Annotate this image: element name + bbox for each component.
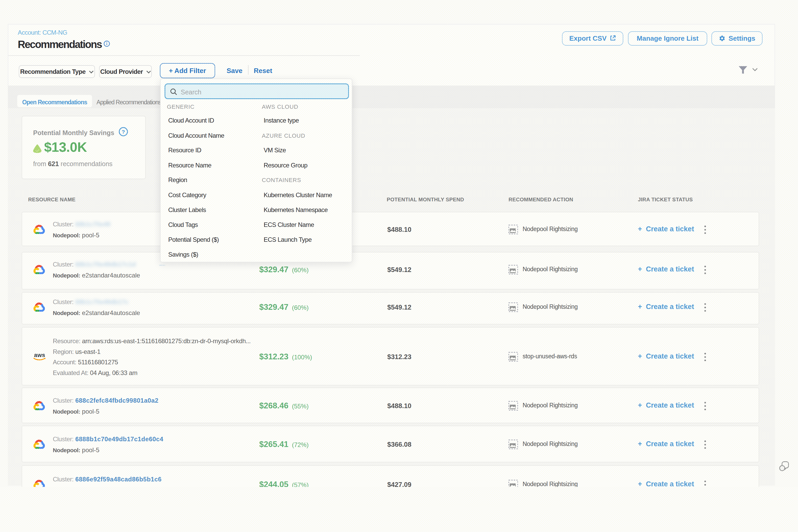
svg-text:?: ?: [122, 129, 125, 135]
